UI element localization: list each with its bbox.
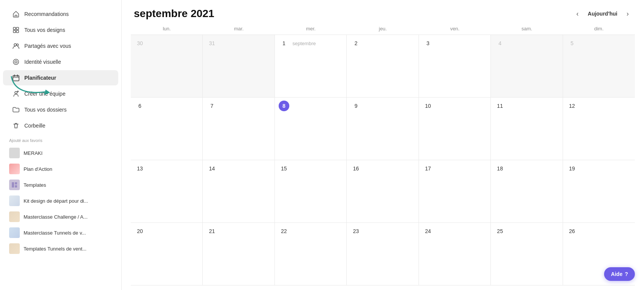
calendar-cell[interactable]: 22 (275, 223, 347, 285)
day-name-ven: ven. (419, 23, 491, 35)
calendar-cell[interactable]: 30 (131, 35, 203, 97)
calendar-cell[interactable]: 9 (347, 98, 419, 160)
calendar-date: 21 (206, 226, 217, 236)
calendar-cell[interactable]: 16 (347, 160, 419, 222)
calendar-cell[interactable]: 3 (419, 35, 491, 97)
nav-label: Planificateur (24, 75, 56, 81)
calendar-cell[interactable]: 20 (131, 223, 203, 285)
nav-label: Corbeille (24, 123, 45, 129)
fav-item-meraki[interactable]: MERAKI (0, 145, 121, 161)
calendar-date: 7 (206, 101, 217, 111)
help-label: Aide (611, 271, 622, 277)
calendar-cell[interactable]: 7 (203, 98, 274, 160)
nav-item-identite[interactable]: Identité visuelle (3, 54, 118, 69)
fav-item-templates[interactable]: Templates (0, 177, 121, 193)
calendar-date: 20 (135, 226, 145, 236)
calendar-cell[interactable]: 10 (419, 98, 491, 160)
calendar-nav: ‹ Aujourd'hui › (573, 8, 632, 19)
calendar-date: 11 (495, 101, 505, 111)
users-icon (12, 42, 20, 50)
calendar-date: 6 (135, 101, 145, 111)
fav-item-masterclasse1[interactable]: Masterclasse Challenge / A... (0, 209, 121, 225)
svg-point-7 (13, 59, 19, 65)
calendar-title: septembre 2021 (134, 8, 214, 20)
fav-thumb (9, 195, 20, 206)
calendar-header: septembre 2021 ‹ Aujourd'hui › (122, 0, 644, 23)
day-name-sam: sam. (491, 23, 563, 35)
calendar-date: 10 (423, 101, 433, 111)
calendar-date: 23 (351, 226, 361, 236)
help-button[interactable]: Aide ? (604, 267, 635, 281)
next-month-button[interactable]: › (623, 8, 632, 19)
calendar-date: 4 (495, 38, 505, 49)
calendar-cell[interactable]: 24 (419, 223, 491, 285)
calendar-date: 31 (206, 38, 217, 49)
fav-label: Kit design de départ pour di... (24, 198, 88, 204)
calendar-cell[interactable]: 6 (131, 98, 203, 160)
nav-item-tous-designs[interactable]: Tous vos designs (3, 22, 118, 38)
svg-rect-4 (16, 30, 19, 33)
fav-item-plan-action[interactable]: Plan d'Action (0, 161, 121, 177)
svg-rect-9 (13, 76, 19, 81)
calendar-date: 30 (135, 38, 145, 49)
calendar-cell[interactable]: 12 (563, 98, 635, 160)
nav-label: Créer une équipe (24, 91, 65, 97)
nav-item-recommandations[interactable]: Recommandations (3, 6, 118, 22)
fav-thumb (9, 227, 20, 238)
nav-item-partages[interactable]: Partagés avec vous (3, 38, 118, 54)
svg-point-5 (14, 44, 16, 46)
fav-thumb (9, 211, 20, 222)
calendar-date: 12 (567, 101, 577, 111)
calendar-cell[interactable]: 4 (491, 35, 563, 97)
svg-point-8 (15, 61, 17, 63)
today-button[interactable]: Aujourd'hui (585, 9, 620, 18)
calendar-cell[interactable]: 15 (275, 160, 347, 222)
day-name-jeu: jeu. (347, 23, 419, 35)
calendar-date: 3 (423, 38, 433, 49)
nav-item-corbeille[interactable]: Corbeille (3, 118, 118, 133)
sidebar: Recommandations Tous vos designs Partagé… (0, 0, 122, 290)
svg-point-6 (17, 44, 19, 46)
fav-item-masterclasse2[interactable]: Masterclasse Tunnels de v... (0, 225, 121, 241)
trash-icon (12, 122, 20, 129)
calendar-cell[interactable]: 19 (563, 160, 635, 222)
calendar-cell[interactable]: 17 (419, 160, 491, 222)
fav-label: Templates (24, 182, 46, 188)
svg-rect-1 (13, 27, 16, 30)
nav-item-planificateur[interactable]: Planificateur (3, 70, 118, 85)
calendar-cell[interactable]: 31 (203, 35, 274, 97)
calendar-cell[interactable]: 13 (131, 160, 203, 222)
calendar-cell[interactable]: 25 (491, 223, 563, 285)
nav-item-creer-equipe[interactable]: Créer une équipe (3, 86, 118, 101)
calendar-cell[interactable]: 14 (203, 160, 274, 222)
calendar-date: 13 (135, 163, 145, 174)
fav-item-kit-design[interactable]: Kit design de départ pour di... (0, 193, 121, 209)
calendar-date: 25 (495, 226, 505, 236)
prev-month-button[interactable]: ‹ (573, 8, 582, 19)
favorites-section-label: Ajouté aux favoris (0, 134, 121, 145)
calendar-cell[interactable]: 21 (203, 223, 274, 285)
svg-rect-11 (12, 182, 14, 188)
calendar-date: 14 (206, 163, 217, 174)
calendar-cell[interactable]: 5 (563, 35, 635, 97)
calendar-cell[interactable]: 23 (347, 223, 419, 285)
calendar-icon (12, 74, 20, 82)
calendar-cell[interactable]: 18 (491, 160, 563, 222)
calendar-date: 22 (279, 226, 289, 236)
home-icon (12, 10, 20, 18)
fav-label: Templates Tunnels de vent... (24, 246, 86, 252)
today-date: 8 (279, 101, 289, 111)
calendar-week: 20 21 22 23 24 25 26 (131, 223, 635, 285)
main-content: septembre 2021 ‹ Aujourd'hui › lun. mar.… (122, 0, 644, 290)
calendar-date: 16 (351, 163, 361, 174)
day-name-dim: dim. (563, 23, 635, 35)
svg-rect-2 (16, 27, 19, 30)
fav-item-masterclasse3[interactable]: Templates Tunnels de vent... (0, 241, 121, 257)
calendar-cell[interactable]: 8 (275, 98, 347, 160)
calendar-cell[interactable]: 1 septembre (275, 35, 347, 97)
nav-label: Tous vos designs (24, 27, 65, 33)
calendar-cell[interactable]: 11 (491, 98, 563, 160)
calendar-grid: lun. mar. mer. jeu. ven. sam. dim. 30 31… (122, 23, 644, 290)
calendar-cell[interactable]: 2 (347, 35, 419, 97)
nav-item-tous-dossiers[interactable]: Tous vos dossiers (3, 102, 118, 117)
